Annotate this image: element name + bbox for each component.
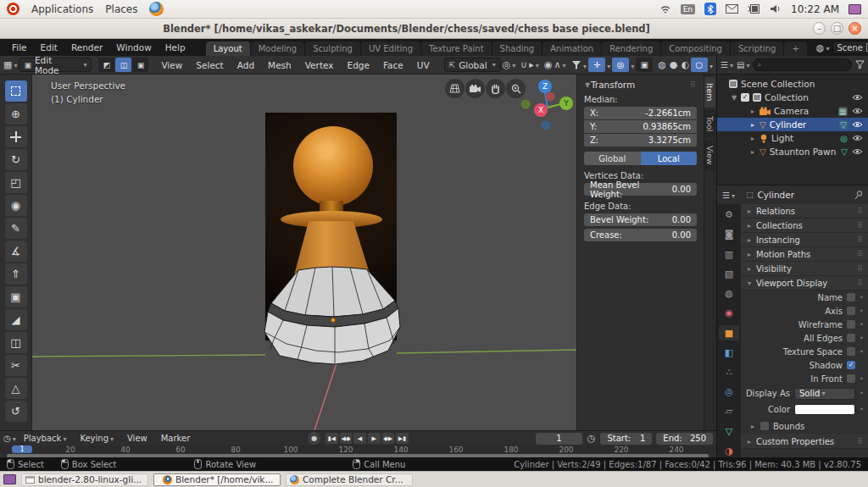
restore-button[interactable]: □ [831,22,843,35]
render-menu[interactable]: Render [64,42,109,53]
tab-scene-icon[interactable]: ◍ [719,286,739,301]
tab-scripting[interactable]: Scripting [731,42,783,56]
tab-constraints-icon[interactable]: ▱ [719,404,739,418]
bounds-row[interactable]: ▸Bounds [741,418,868,434]
mean-bevel-weight-field[interactable]: Mean Bevel Weight:0.00 [584,183,697,196]
show-overlays-toggle[interactable]: ◎ [612,58,629,72]
tab-view[interactable]: View [704,140,715,171]
tool-annotate[interactable]: ✎ [5,218,27,239]
outliner-row-collection[interactable]: ▼ ✓ ▤ Collection [717,91,868,104]
in-front-checkbox[interactable] [847,374,855,383]
outliner-row-light[interactable]: ▸ Light ◎ [717,131,868,145]
outliner-row-camera[interactable]: ▸ Camera ▦ [717,104,868,118]
start-frame-field[interactable]: Start:1 [600,433,652,445]
prev-keyframe-button[interactable]: ◀◆ [340,433,353,444]
tab-output-icon[interactable]: ▥ [719,246,739,261]
file-menu[interactable]: File [5,42,34,53]
expand-icon[interactable]: ▸ [749,121,756,129]
play-button[interactable]: ▶ [368,433,381,444]
expand-icon[interactable]: ▸ [749,148,756,156]
panel-collapse-icon[interactable]: ▼ [584,81,591,89]
tab-animation[interactable]: Animation [542,42,601,56]
tab-object-data-icon[interactable]: ▽ [719,424,739,439]
timeline-editor-icon[interactable]: ◷ [3,434,16,443]
local-button[interactable]: Local [641,152,698,165]
tab-physics-icon[interactable]: ◎ [719,385,739,399]
camera-view-icon[interactable] [465,79,485,98]
overlays-dropdown-icon[interactable] [629,60,634,70]
tab-render-icon[interactable]: ◙ [719,227,739,241]
tab-uv-editing[interactable]: UV Editing [361,42,420,56]
eye-icon[interactable] [852,135,863,141]
search-input[interactable] [767,59,848,69]
tab-shading[interactable]: Shading [492,42,542,56]
tab-rendering[interactable]: Rendering [602,42,660,56]
snap-magnet-icon[interactable]: ∪ [520,59,527,70]
tool-loop-cut[interactable]: ◫ [5,332,27,353]
axis-checkbox[interactable] [847,307,855,315]
display-settings-icon[interactable] [849,4,861,14]
color-swatch[interactable] [794,404,855,415]
outliner-row-scene-collection[interactable]: ▤ Scene Collection [717,77,868,91]
tool-bevel[interactable]: ◢ [5,309,27,330]
tab-texture-paint[interactable]: Texture Paint [421,42,492,56]
tool-spin[interactable]: ↺ [5,401,27,422]
tool-transform[interactable]: ◉ [5,195,27,216]
tool-select-box[interactable] [5,80,27,102]
visibility-dropdown-icon[interactable] [581,60,587,70]
xray-toggle[interactable]: ▣ [636,58,653,72]
outliner-row-staunton-pawn[interactable]: ▸ ▽ Staunton Pawn ▽ [717,145,868,158]
shading-rendered-icon[interactable]: ○ [691,58,708,72]
object-visibility-filter-icon[interactable] [571,60,581,70]
tool-move[interactable] [5,126,27,147]
applications-menu[interactable]: Applications [31,3,93,15]
keying-menu[interactable]: Keying [74,434,120,443]
eye-icon[interactable] [852,148,863,155]
help-menu[interactable]: Help [159,42,192,53]
camera-data-icon[interactable]: ▦ [838,107,848,116]
tab-item[interactable]: Item [704,77,715,108]
jump-to-start-button[interactable]: ▮◀ [326,433,338,444]
minimize-button[interactable]: – [813,22,826,35]
gizmos-dropdown-icon[interactable] [605,60,610,70]
display-as-dropdown[interactable]: Solid [794,388,855,400]
tab-world-icon[interactable]: ◉ [719,306,739,320]
texture-space-checkbox[interactable] [847,347,855,356]
uv-menu[interactable]: UV [411,60,436,70]
mode-dropdown[interactable]: ▣ Edit Mode [19,58,92,72]
eye-icon[interactable] [852,108,863,114]
name-checkbox[interactable] [847,293,855,302]
distributor-logo-icon[interactable] [7,3,19,15]
eye-icon[interactable] [852,121,863,128]
mesh-data-icon[interactable]: ▽ [841,147,848,157]
show-gizmos-toggle[interactable]: ✛ [588,58,605,72]
play-reverse-button[interactable]: ◀ [353,433,366,444]
axis-neg-z-ball[interactable] [542,121,551,130]
panel-instancing[interactable]: ▸Instancing⠿ [741,233,868,247]
window-titlebar[interactable]: Blender* [/home/vikas_askekar/Documents/… [0,19,868,39]
taskbar-item-firefox[interactable]: Complete Blender Cr... [286,473,413,486]
edge-menu[interactable]: Edge [342,60,376,70]
expand-icon[interactable]: ▸ [749,108,756,115]
face-menu[interactable]: Face [377,60,409,70]
marker-menu[interactable]: Marker [155,434,197,443]
axis-gizmo[interactable]: Z Y X [509,76,576,136]
tab-tool[interactable]: Tool [704,110,715,137]
tab-view-layer-icon[interactable]: ▧ [719,267,739,281]
tab-particles-icon[interactable]: ∴ [719,365,739,379]
add-menu[interactable]: Add [231,60,260,70]
panel-viewport-display[interactable]: ▾Viewport Display⠿ [741,276,868,291]
orthographic-grid-icon[interactable] [445,79,465,98]
panel-visibility[interactable]: ▸Visibility⠿ [741,262,868,276]
wireframe-checkbox[interactable] [847,320,855,329]
bluetooth-icon[interactable] [704,3,716,15]
proportional-editing-icon[interactable]: ◉ [544,59,553,70]
firefox-launcher-icon[interactable] [149,2,164,16]
timeline-ruler[interactable]: 1 20 40 60 80 100 120 140 160 180 200 22… [0,445,716,453]
tab-object-icon[interactable]: ■ [719,325,739,340]
tool-inset-faces[interactable]: ▣ [5,286,27,307]
show-desktop-icon[interactable] [3,474,16,484]
median-x-field[interactable]: X:-2.2661cm [584,107,697,119]
tab-modifiers-icon[interactable]: ◧ [719,346,739,360]
median-y-field[interactable]: Y:0.93865cm [584,120,697,133]
